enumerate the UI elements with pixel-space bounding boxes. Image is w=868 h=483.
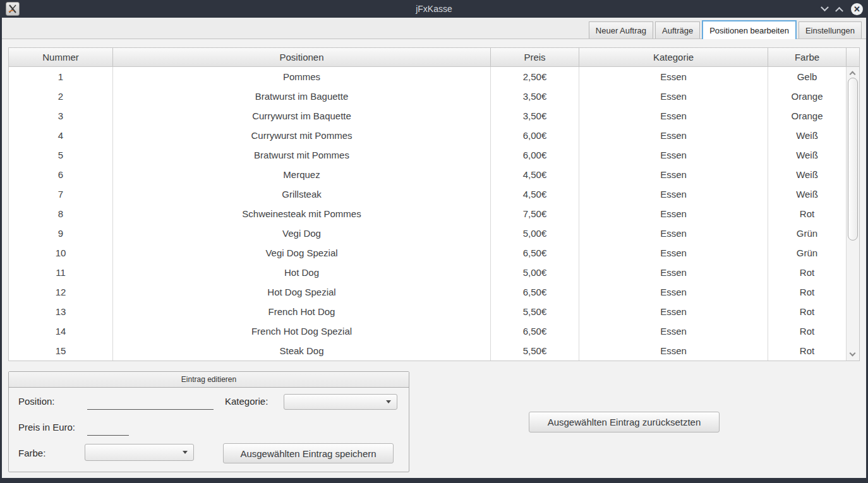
table-cell: 1 xyxy=(9,67,113,86)
table-cell: French Hot Dog xyxy=(113,302,491,321)
table-cell: 7,50€ xyxy=(491,204,579,224)
tab-neuer-auftrag[interactable]: Neuer Auftrag xyxy=(589,21,653,39)
table-cell: French Hot Dog Spezial xyxy=(113,321,491,341)
kategorie-dropdown[interactable] xyxy=(284,394,397,410)
table-cell: Weiß xyxy=(768,126,847,145)
table-row[interactable]: 3Currywurst im Baquette3,50€EssenOrange xyxy=(9,106,859,126)
tab-auftraege[interactable]: Aufträge xyxy=(655,21,700,39)
vertical-scrollbar[interactable] xyxy=(847,67,859,361)
table-cell: 9 xyxy=(9,224,113,243)
table-header-row: NummerPositionenPreisKategorieFarbe xyxy=(9,48,859,67)
table-cell: 8 xyxy=(9,204,113,224)
table-cell: Currywurst im Baquette xyxy=(113,106,491,126)
table-cell: Vegi Dog xyxy=(113,224,491,243)
table-cell: 3,50€ xyxy=(491,86,579,106)
table-cell: Bratwurst mit Pommes xyxy=(113,145,491,165)
column-header-filler xyxy=(847,48,859,66)
window-controls: ✕ xyxy=(822,0,863,18)
table-cell: 6,00€ xyxy=(491,145,579,165)
table-cell: Rot xyxy=(768,321,847,341)
table-cell: Essen xyxy=(579,263,768,282)
table-row[interactable]: 4Currywurst mit Pommes6,00€EssenWeiß xyxy=(9,126,859,145)
chevron-down-icon xyxy=(183,451,188,454)
table-cell: 5,00€ xyxy=(491,263,579,282)
table-cell: Bratwurst im Baguette xyxy=(113,86,491,106)
table-cell: 4,50€ xyxy=(491,184,579,204)
table-cell: 4,50€ xyxy=(491,165,579,184)
table-cell: 5 xyxy=(9,145,113,165)
table-cell: Essen xyxy=(579,165,768,184)
table-cell: Rot xyxy=(768,302,847,321)
table-cell: Pommes xyxy=(113,67,491,86)
edit-entry-panel-title: Eintrag editieren xyxy=(9,372,409,388)
scroll-down-icon[interactable] xyxy=(850,350,856,357)
table-row[interactable]: 15Steak Dog5,50€EssenRot xyxy=(9,341,859,361)
table-row[interactable]: 5Bratwurst mit Pommes6,00€EssenWeiß xyxy=(9,145,859,165)
table-cell: 11 xyxy=(9,263,113,282)
position-input[interactable] xyxy=(87,397,214,410)
table-cell: Schweinesteak mit Pommes xyxy=(113,204,491,224)
table-cell: 15 xyxy=(9,341,113,361)
column-header-preis[interactable]: Preis xyxy=(491,48,579,66)
table-row[interactable]: 9Vegi Dog5,00€EssenGrün xyxy=(9,224,859,243)
table-cell: Essen xyxy=(579,126,768,145)
tab-positionen-bearbeiten[interactable]: Positionen bearbeiten xyxy=(702,20,797,39)
table-cell: 6,50€ xyxy=(491,321,579,341)
tab-bar: Neuer AuftragAufträgePositionen bearbeit… xyxy=(2,18,866,39)
table-row[interactable]: 7Grillsteak4,50€EssenWeiß xyxy=(9,184,859,204)
farbe-dropdown[interactable] xyxy=(85,444,194,461)
titlebar: jFxKasse ✕ xyxy=(0,0,868,18)
table-cell: Hot Dog xyxy=(113,263,491,282)
table-cell: 6,50€ xyxy=(491,282,579,302)
table-cell: Rot xyxy=(768,282,847,302)
table-cell: 6,50€ xyxy=(491,243,579,263)
table-row[interactable]: 12Hot Dog Spezial6,50€EssenRot xyxy=(9,282,859,302)
window-title: jFxKasse xyxy=(0,4,868,14)
main-content: NummerPositionenPreisKategorieFarbe 1Pom… xyxy=(2,39,866,478)
table-cell: Currywurst mit Pommes xyxy=(113,126,491,145)
table-cell: 10 xyxy=(9,243,113,263)
chevron-up-icon[interactable] xyxy=(835,6,843,15)
table-cell: Essen xyxy=(579,321,768,341)
scroll-up-icon[interactable] xyxy=(850,71,856,78)
tab-einstellungen[interactable]: Einstellungen xyxy=(799,21,862,39)
table-row[interactable]: 11Hot Dog5,00€EssenRot xyxy=(9,263,859,282)
table-row[interactable]: 14French Hot Dog Spezial6,50€EssenRot xyxy=(9,321,859,341)
save-entry-button[interactable]: Ausgewählten Eintrag speichern xyxy=(223,443,394,463)
table-cell: 7 xyxy=(9,184,113,204)
table-cell: 4 xyxy=(9,126,113,145)
column-header-kategorie[interactable]: Kategorie xyxy=(579,48,768,66)
table-row[interactable]: 8Schweinesteak mit Pommes7,50€EssenRot xyxy=(9,204,859,224)
column-header-nummer[interactable]: Nummer xyxy=(9,48,113,66)
table-row[interactable]: 2Bratwurst im Baguette3,50€EssenOrange xyxy=(9,86,859,106)
table-cell: Rot xyxy=(768,263,847,282)
table-cell: Essen xyxy=(579,184,768,204)
table-cell: Essen xyxy=(579,67,768,86)
table-cell: Essen xyxy=(579,86,768,106)
scrollbar-thumb[interactable] xyxy=(848,78,858,241)
table-cell: Grün xyxy=(768,243,847,263)
preis-input[interactable] xyxy=(87,423,129,436)
preis-label: Preis in Euro: xyxy=(18,422,75,432)
table-row[interactable]: 1Pommes2,50€EssenGelb xyxy=(9,67,859,86)
table-cell: Merquez xyxy=(113,165,491,184)
column-header-farbe[interactable]: Farbe xyxy=(768,48,847,66)
chevron-down-icon[interactable] xyxy=(821,3,829,11)
table-cell: Weiß xyxy=(768,165,847,184)
table-cell: Essen xyxy=(579,302,768,321)
chevron-down-icon xyxy=(386,400,391,403)
column-header-positionen[interactable]: Positionen xyxy=(113,48,491,66)
table-cell: Weiß xyxy=(768,145,847,165)
table-row[interactable]: 6Merquez4,50€EssenWeiß xyxy=(9,165,859,184)
close-icon[interactable]: ✕ xyxy=(851,3,863,15)
reset-entry-button[interactable]: Ausgewählten Eintrag zurücksetzten xyxy=(529,412,720,432)
table-cell: Essen xyxy=(579,204,768,224)
table-cell: Essen xyxy=(579,224,768,243)
table-cell: 5,00€ xyxy=(491,224,579,243)
table-cell: 13 xyxy=(9,302,113,321)
table-cell: 5,50€ xyxy=(491,302,579,321)
table-cell: Gelb xyxy=(768,67,847,86)
table-row[interactable]: 10Vegi Dog Spezial6,50€EssenGrün xyxy=(9,243,859,263)
table-row[interactable]: 13French Hot Dog5,50€EssenRot xyxy=(9,302,859,321)
table-cell: Orange xyxy=(768,106,847,126)
